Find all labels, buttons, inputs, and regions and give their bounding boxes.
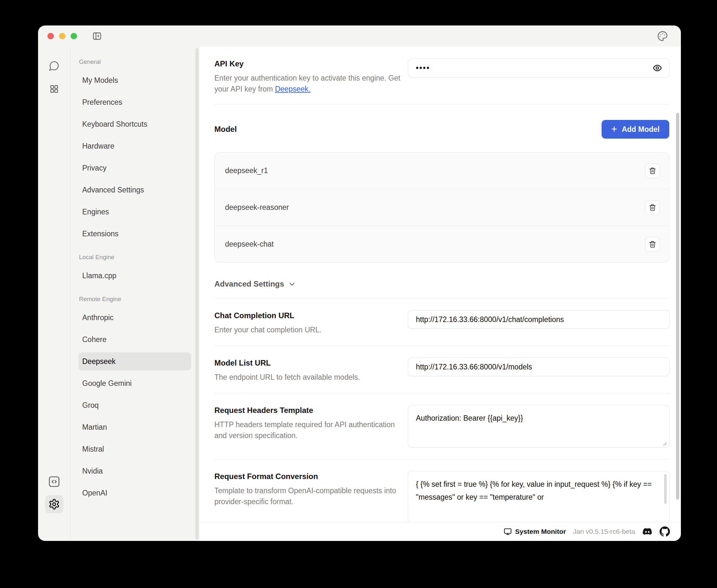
content-scrollbar[interactable]: [676, 113, 679, 500]
plus-icon: +: [611, 124, 617, 134]
settings-gear-icon: [48, 498, 60, 510]
chat-completion-url-title: Chat Completion URL: [214, 310, 408, 321]
add-model-button[interactable]: + Add Model: [602, 120, 669, 139]
api-key-input[interactable]: [408, 58, 670, 78]
theme-palette-button[interactable]: [656, 30, 669, 43]
rail-settings-button[interactable]: [45, 495, 63, 513]
textarea-scrollbar[interactable]: [664, 474, 667, 504]
chat-completion-url-description: Enter your chat completion URL.: [214, 324, 408, 335]
app-version: Jan v0.5.15-rc6-beta: [573, 528, 635, 536]
model-name: deepseek-chat: [225, 240, 274, 249]
sidebar-item-nvidia[interactable]: Nvidia: [78, 462, 191, 480]
chat-completion-url-section: Chat Completion URL Enter your chat comp…: [214, 298, 669, 345]
model-name: deepseek-reasoner: [225, 203, 289, 212]
reveal-api-key-button[interactable]: [652, 63, 662, 73]
request-format-textarea[interactable]: { {% set first = true %} {% for key, val…: [408, 471, 670, 522]
deepseek-link[interactable]: Deepseek.: [275, 85, 311, 93]
delete-model-button[interactable]: [645, 164, 660, 178]
sidebar-item-advanced-settings[interactable]: Advanced Settings: [78, 181, 191, 199]
sidebar-item-deepseek[interactable]: Deepseek: [78, 352, 191, 371]
system-monitor-button[interactable]: System Monitor: [504, 527, 566, 536]
main-panel: API Key Enter your authentication key to…: [199, 47, 681, 541]
request-headers-description: HTTP headers template required for API a…: [214, 419, 408, 441]
deepseek-settings-content: API Key Enter your authentication key to…: [199, 47, 681, 522]
delete-model-button[interactable]: [645, 237, 660, 252]
sidebar-item-google-gemini[interactable]: Google Gemini: [78, 374, 191, 392]
collapse-sidebar-button[interactable]: [91, 30, 103, 42]
advanced-settings-toggle[interactable]: Advanced Settings: [214, 279, 669, 298]
sidebar-item-engines[interactable]: Engines: [78, 203, 191, 221]
model-list-url-title: Model List URL: [214, 357, 408, 369]
model-list-url-description: The endpoint URL to fetch available mode…: [214, 372, 408, 383]
request-headers-section: Request Headers Template HTTP headers te…: [214, 393, 669, 459]
sidebar-item-privacy[interactable]: Privacy: [78, 159, 191, 177]
api-key-title: API Key: [214, 58, 408, 69]
sidebar-item-openai[interactable]: OpenAI: [78, 484, 191, 502]
sidebar-item-groq[interactable]: Groq: [78, 396, 191, 414]
local-api-server-icon: [47, 475, 61, 488]
status-bar: System Monitor Jan v0.5.15-rc6-beta: [199, 522, 681, 541]
sidebar-item-llama-cpp[interactable]: Llama.cpp: [78, 267, 191, 285]
api-key-section: API Key Enter your authentication key to…: [214, 58, 669, 104]
resize-handle-icon[interactable]: [662, 441, 667, 446]
model-title: Model: [214, 124, 237, 135]
api-key-description: Enter your authentication key to activat…: [214, 72, 408, 94]
monitor-icon: [504, 527, 512, 536]
model-list-url-input[interactable]: [408, 357, 670, 376]
sidebar-item-extensions[interactable]: Extensions: [78, 225, 191, 243]
section-label-local-engine: Local Engine: [79, 254, 191, 261]
request-format-title: Request Format Conversion: [214, 471, 408, 482]
rail-hub-button[interactable]: [46, 81, 62, 97]
hub-grid-icon: [49, 84, 59, 94]
discord-button[interactable]: [642, 526, 653, 537]
zoom-window-button[interactable]: [70, 33, 77, 39]
sidebar-item-anthropic[interactable]: Anthropic: [78, 309, 191, 327]
delete-model-button[interactable]: [645, 200, 660, 215]
divider: [214, 104, 669, 104]
request-format-description: Template to transform OpenAI-compatible …: [214, 485, 408, 507]
traffic-lights: [47, 33, 77, 39]
eye-icon: [653, 63, 662, 73]
chat-completion-url-input[interactable]: [408, 310, 670, 329]
section-label-general: General: [79, 58, 191, 65]
sidebar-item-keyboard-shortcuts[interactable]: Keyboard Shortcuts: [78, 115, 191, 133]
discord-icon: [642, 526, 653, 537]
trash-icon: [649, 167, 656, 175]
github-icon: [660, 526, 670, 537]
github-button[interactable]: [660, 526, 670, 537]
collapse-sidebar-icon: [92, 31, 102, 41]
section-label-remote-engine: Remote Engine: [79, 296, 191, 303]
sidebar-item-my-models[interactable]: My Models: [78, 71, 191, 89]
chat-icon: [49, 60, 60, 71]
settings-nav-sidebar: General My Models Preferences Keyboard S…: [70, 47, 199, 541]
model-list-url-section: Model List URL The endpoint URL to fetch…: [214, 346, 669, 393]
request-headers-textarea[interactable]: Authorization: Bearer {{api_key}}: [408, 405, 670, 447]
sidebar-item-martian[interactable]: Martian: [78, 418, 191, 436]
model-list: deepseek_r1 deepsee: [214, 152, 669, 263]
add-model-button-label: Add Model: [621, 125, 660, 134]
sidebar-item-preferences[interactable]: Preferences: [78, 93, 191, 111]
sidebar-scrollbar[interactable]: [195, 48, 198, 540]
model-row: deepseek-reasoner: [215, 189, 669, 226]
sidebar-item-cohere[interactable]: Cohere: [78, 331, 191, 349]
system-monitor-label: System Monitor: [515, 528, 566, 536]
model-section-header: Model + Add Model: [214, 120, 669, 139]
trash-icon: [649, 204, 656, 211]
advanced-settings-toggle-label: Advanced Settings: [214, 279, 284, 289]
close-window-button[interactable]: [47, 33, 54, 39]
chevron-down-icon: [288, 280, 296, 288]
sidebar-item-mistral[interactable]: Mistral: [78, 440, 191, 458]
titlebar: [38, 25, 681, 47]
rail-chat-button[interactable]: [46, 58, 62, 74]
app-window: General My Models Preferences Keyboard S…: [38, 25, 681, 541]
model-row: deepseek-chat: [215, 226, 669, 262]
model-name: deepseek_r1: [225, 166, 268, 175]
rail-local-api-button[interactable]: [46, 474, 62, 489]
request-headers-title: Request Headers Template: [214, 405, 408, 416]
model-row: deepseek_r1: [215, 152, 669, 189]
minimize-window-button[interactable]: [59, 33, 65, 39]
icon-rail: [38, 47, 70, 541]
request-format-section: Request Format Conversion Template to tr…: [214, 459, 669, 522]
trash-icon: [649, 240, 656, 248]
sidebar-item-hardware[interactable]: Hardware: [78, 137, 191, 155]
